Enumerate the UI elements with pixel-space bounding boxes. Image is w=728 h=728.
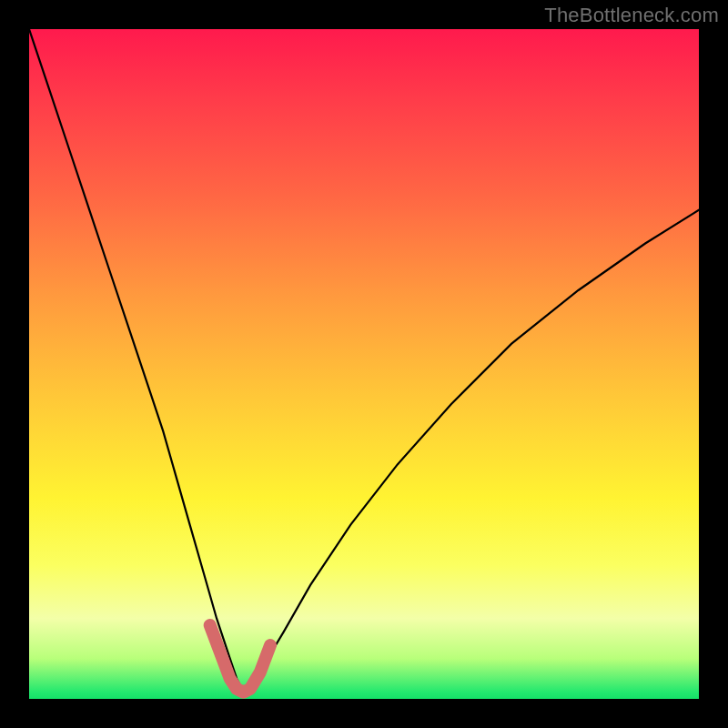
bottleneck-curve (29, 29, 699, 693)
watermark-text: TheBottleneck.com (544, 4, 719, 27)
sweet-spot-highlight (210, 625, 270, 693)
chart-frame: TheBottleneck.com (0, 0, 728, 728)
plot-area (29, 29, 699, 699)
curve-layer (29, 29, 699, 699)
